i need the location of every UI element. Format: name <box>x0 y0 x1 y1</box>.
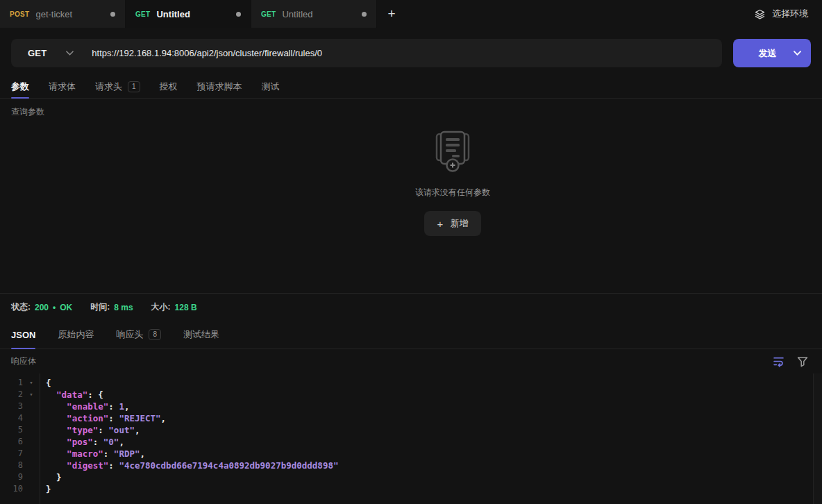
response-section-tab[interactable]: 响应头8 <box>116 321 161 348</box>
add-param-button[interactable]: + 新增 <box>424 211 482 236</box>
time-group: 时间: 8 ms <box>90 301 133 313</box>
json-token-punct: : <box>98 425 108 435</box>
request-tab[interactable]: GETUntitled <box>126 0 251 28</box>
response-body-row: 响应体 <box>0 349 822 373</box>
request-section-tab-label: 测试 <box>262 81 280 93</box>
line-number: 1 <box>0 377 23 389</box>
json-token-key: "data" <box>56 389 87 400</box>
json-token-punct <box>46 401 67 412</box>
fold-caret-icon[interactable]: ▾ <box>23 377 40 389</box>
chevron-down-icon <box>66 51 74 56</box>
status-label: 状态: <box>11 301 31 313</box>
word-wrap-toggle[interactable] <box>773 355 785 367</box>
request-section-tabs: 参数请求体请求头1授权预请求脚本测试 <box>0 76 822 99</box>
json-token-key: "pos" <box>67 437 93 447</box>
plus-icon: + <box>437 218 444 230</box>
url-box: GET <box>11 39 722 67</box>
method-dropdown[interactable]: GET <box>11 39 92 67</box>
add-param-button-label: 新增 <box>450 217 468 230</box>
response-section-tab-label: 测试结果 <box>183 328 219 341</box>
json-token-punct: : <box>93 437 103 447</box>
request-url-row: GET 发送 <box>0 28 822 76</box>
code-line: 10} <box>0 483 822 495</box>
json-token-punct: } <box>46 484 51 494</box>
fold-caret-icon[interactable]: ▾ <box>23 389 40 401</box>
method-badge: POST <box>10 10 29 18</box>
response-section-tab[interactable]: 原始内容 <box>58 321 94 348</box>
response-section-tab[interactable]: 测试结果 <box>183 321 219 348</box>
response-section-tabs: JSON原始内容响应头8测试结果 <box>0 321 822 349</box>
json-token-punct: , <box>119 437 124 447</box>
count-badge: 8 <box>149 329 161 340</box>
fold-caret-empty <box>23 471 40 483</box>
fold-caret-empty <box>23 448 40 460</box>
environment-picker-button[interactable]: 选择环境 <box>740 0 822 28</box>
code-text: "data": { <box>40 389 103 401</box>
line-number: 7 <box>0 448 23 460</box>
send-button[interactable]: 发送 <box>733 39 811 67</box>
request-section-tab-label: 授权 <box>160 81 178 93</box>
request-section-tab[interactable]: 预请求脚本 <box>197 76 242 98</box>
query-params-heading: 查询参数 <box>0 99 822 118</box>
request-section-tab[interactable]: 请求体 <box>49 76 76 98</box>
time-value: 8 ms <box>114 303 133 312</box>
response-section-tab[interactable]: JSON <box>11 321 35 348</box>
fold-caret-empty <box>23 460 40 471</box>
json-token-punct: : <box>108 460 119 471</box>
request-section-tab[interactable]: 请求头1 <box>95 76 140 98</box>
json-token-string: "0" <box>103 437 119 447</box>
status-text: OK <box>60 303 72 312</box>
fold-caret-empty <box>23 424 40 436</box>
code-text: "action": "REJECT", <box>40 412 166 424</box>
code-text: "type": "out", <box>40 424 140 436</box>
json-token-key: "digest" <box>67 460 108 471</box>
request-section-tab[interactable]: 授权 <box>160 76 178 98</box>
json-token-punct <box>46 460 67 471</box>
code-line: 7 "macro": "RDP", <box>0 448 822 460</box>
layers-icon <box>754 8 766 20</box>
status-code: 200 <box>35 303 49 312</box>
json-token-string: "4ce780cdbd66e7194c4a0892db9027b9d0ddd89… <box>119 460 338 471</box>
method-dropdown-label: GET <box>28 48 47 58</box>
unsaved-dot <box>236 12 241 17</box>
json-token-number: 1 <box>119 401 124 412</box>
empty-params-message: 该请求没有任何参数 <box>415 187 490 199</box>
response-actions <box>773 355 808 367</box>
line-number: 5 <box>0 424 23 436</box>
json-token-punct: : <box>108 401 119 412</box>
request-tab[interactable]: POSTget-ticket <box>0 0 126 28</box>
json-token-punct: : <box>108 413 119 423</box>
method-badge: GET <box>261 10 276 18</box>
filter-icon[interactable] <box>797 356 808 367</box>
status-separator: • <box>53 303 56 312</box>
new-tab-button[interactable]: + <box>377 0 406 28</box>
json-token-key: "type" <box>67 425 98 435</box>
json-token-punct: , <box>135 425 140 435</box>
url-input[interactable] <box>92 39 722 67</box>
code-line: 8 "digest": "4ce780cdbd66e7194c4a0892db9… <box>0 460 822 471</box>
code-lines: 1▾{2▾ "data": {3 "enable": 1,4 "action":… <box>0 377 822 495</box>
tab-title: Untitled <box>156 9 230 19</box>
code-text: { <box>40 377 51 389</box>
request-tab[interactable]: GETUntitled <box>251 0 377 28</box>
status-group: 状态: 200 • OK <box>11 301 72 313</box>
response-section-tab-label: 原始内容 <box>58 328 94 341</box>
json-token-punct: : { <box>87 389 103 400</box>
response-section-tab-label: 响应头 <box>116 328 143 341</box>
unsaved-dot <box>110 12 115 17</box>
api-client-window: POSTget-ticketGETUntitledGETUntitled + 选… <box>0 0 822 504</box>
fold-caret-empty <box>23 412 40 424</box>
line-number: 8 <box>0 460 23 471</box>
json-token-punct <box>46 437 67 447</box>
fold-caret-empty <box>23 436 40 448</box>
json-token-key: "enable" <box>67 401 108 412</box>
request-section-tab[interactable]: 测试 <box>262 76 280 98</box>
request-section-tab-label: 请求头 <box>95 81 122 93</box>
json-token-punct: } <box>46 472 62 482</box>
request-section-tab[interactable]: 参数 <box>11 76 29 98</box>
scrollbar-track[interactable] <box>813 373 822 504</box>
json-token-punct: : <box>103 448 114 459</box>
response-status-bar: 状态: 200 • OK 时间: 8 ms 大小: 128 B <box>0 293 822 321</box>
tab-title: Untitled <box>282 9 355 19</box>
request-section-tab-label: 预请求脚本 <box>197 81 242 93</box>
